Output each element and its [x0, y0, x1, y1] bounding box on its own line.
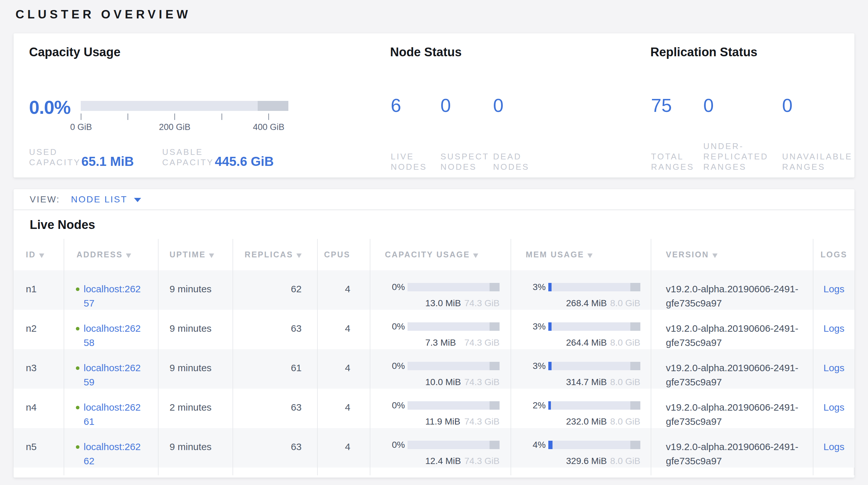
node-capacity-cell: 0% 12.4 MiB 74.3 GiB [370, 428, 511, 468]
suspect-nodes-label: SUSPECT NODES [440, 151, 493, 172]
logs-link[interactable]: Logs [824, 284, 844, 294]
node-capacity-cell: 0% 13.0 MiB 74.3 GiB [370, 270, 511, 310]
capacity-total-value: 74.3 GiB [464, 375, 500, 389]
capacity-percent: 0.0% [29, 96, 81, 118]
sort-desc-icon [126, 254, 131, 258]
logs-link[interactable]: Logs [824, 323, 844, 334]
view-bar: VIEW: NODE LIST [13, 189, 855, 210]
axis-tick [175, 113, 175, 120]
node-capacity-cell: 0% 7.3 MiB 74.3 GiB [370, 310, 511, 350]
used-capacity-value: 65.1 MiB [82, 154, 134, 169]
axis-tick-label: 200 GiB [152, 122, 197, 132]
node-capacity-cell: 0% 11.9 MiB 74.3 GiB [370, 389, 511, 429]
node-address-link[interactable]: localhost:262 62 [84, 440, 141, 468]
node-id-cell: n4 [13, 389, 64, 429]
node-id-cell: n3 [13, 349, 64, 389]
node-logs-cell: Logs [813, 349, 855, 389]
node-address-cell: localhost:262 58 [64, 310, 159, 350]
node-logs-cell: Logs [813, 270, 855, 310]
view-selector-dropdown[interactable]: NODE LIST [71, 194, 141, 205]
column-header-logs: LOGS [813, 239, 855, 270]
node-version-cell: v19.2.0-alpha.20190606-2491- gfe735c9a97 [651, 389, 813, 429]
node-address-link[interactable]: localhost:262 57 [84, 282, 141, 310]
column-header-id[interactable]: ID [13, 239, 64, 270]
table-row: n1 localhost:262 57 9 minutes 62 4 0% 13… [13, 270, 855, 310]
capacity-total-value: 74.3 GiB [464, 336, 500, 350]
capacity-total-value: 74.3 GiB [464, 296, 500, 310]
live-nodes-table: ID ADDRESS UPTIME REPLICAS CPUS CAPACITY… [13, 239, 855, 475]
table-row: n2 localhost:262 58 9 minutes 63 4 0% 7.… [13, 310, 855, 349]
mem-total-value: 8.0 GiB [610, 336, 640, 350]
node-mem-cell: 4% 329.6 MiB 8.0 GiB [511, 428, 651, 468]
node-id-cell: n5 [13, 428, 64, 468]
capacity-usage-panel: Capacity Usage 0.0% 0 GiB 200 GiB 400 Gi… [29, 45, 313, 59]
under-replicated-count: 0 [703, 94, 782, 116]
mem-usage-bar [548, 283, 640, 291]
mem-used-value: 268.4 MiB [566, 296, 607, 310]
mem-total-value: 8.0 GiB [610, 454, 640, 468]
suspect-nodes-count: 0 [440, 94, 493, 116]
capacity-used-value: 13.0 MiB [425, 296, 461, 310]
node-logs-cell: Logs [813, 428, 855, 468]
sort-desc-icon [209, 254, 214, 258]
table-row: n4 localhost:262 61 2 minutes 63 4 0% 11… [13, 389, 855, 428]
table-row: n5 localhost:262 62 9 minutes 63 4 0% 12… [13, 428, 855, 467]
summary-card: Capacity Usage 0.0% 0 GiB 200 GiB 400 Gi… [13, 33, 855, 177]
node-replicas-cell: 63 [233, 389, 318, 429]
column-header-version[interactable]: VERSION [651, 239, 813, 270]
axis-tick-label: 400 GiB [246, 122, 291, 132]
column-header-mem-usage[interactable]: MEM USAGE [511, 239, 651, 270]
node-capacity-cell: 0% 10.0 MiB 74.3 GiB [370, 349, 511, 389]
mem-usage-bar [548, 441, 640, 449]
capacity-percent-label: 0% [385, 359, 405, 373]
node-address-link[interactable]: localhost:262 58 [84, 321, 141, 350]
node-cpus-cell: 4 [318, 270, 370, 310]
used-capacity-label: USED CAPACITY [29, 147, 78, 168]
node-uptime-cell: 9 minutes [159, 310, 233, 350]
node-id-cell: n2 [13, 310, 64, 350]
node-uptime-cell: 2 minutes [159, 389, 233, 429]
column-header-cpus[interactable]: CPUS [318, 239, 370, 270]
logs-link[interactable]: Logs [824, 363, 844, 373]
mem-total-value: 8.0 GiB [610, 296, 640, 310]
live-nodes-count: 6 [391, 94, 440, 116]
capacity-usage-bar [407, 401, 500, 410]
node-mem-cell: 3% 314.7 MiB 8.0 GiB [511, 349, 651, 389]
usable-capacity-label: USABLE CAPACITY [162, 147, 211, 168]
node-version-cell: v19.2.0-alpha.20190606-2491- gfe735c9a97 [651, 270, 813, 310]
node-live-dot-icon [76, 445, 80, 449]
node-version-cell: v19.2.0-alpha.20190606-2491- gfe735c9a97 [651, 349, 813, 389]
unavailable-ranges-count: 0 [782, 94, 863, 116]
logs-link[interactable]: Logs [824, 441, 844, 452]
node-live-dot-icon [76, 366, 80, 370]
column-header-capacity-usage[interactable]: CAPACITY USAGE [370, 239, 511, 270]
node-address-link[interactable]: localhost:262 61 [84, 400, 141, 429]
capacity-used-value: 11.9 MiB [425, 415, 460, 429]
axis-tick [81, 113, 82, 120]
node-replicas-cell: 61 [233, 349, 318, 389]
capacity-percent-label: 0% [385, 319, 405, 334]
total-ranges-label: TOTAL RANGES [651, 151, 703, 172]
capacity-percent-label: 0% [385, 398, 405, 412]
cluster-overview-page: CLUSTER OVERVIEW Capacity Usage 0.0% 0 G… [0, 0, 868, 485]
column-header-replicas[interactable]: REPLICAS [233, 239, 318, 270]
node-uptime-cell: 9 minutes [159, 349, 233, 389]
mem-percent-label: 4% [526, 438, 546, 452]
node-logs-cell: Logs [813, 389, 855, 429]
table-row: n3 localhost:262 59 9 minutes 61 4 0% 10… [13, 349, 855, 389]
mem-used-value: 314.7 MiB [566, 375, 607, 389]
node-version-cell: v19.2.0-alpha.20190606-2491- gfe735c9a97 [651, 428, 813, 468]
replication-status-panel: Replication Status 75 0 0 TOTAL RANGES U… [650, 45, 844, 59]
column-header-address[interactable]: ADDRESS [64, 239, 159, 270]
column-header-uptime[interactable]: UPTIME [159, 239, 233, 270]
node-address-link[interactable]: localhost:262 59 [84, 361, 141, 389]
axis-tick-label: 0 GiB [58, 122, 104, 132]
capacity-gauge-bar [81, 101, 288, 111]
table-header-row: ID ADDRESS UPTIME REPLICAS CPUS CAPACITY… [13, 239, 855, 270]
dead-nodes-label: DEAD NODES [493, 151, 551, 172]
node-cpus-cell: 4 [318, 310, 370, 350]
mem-percent-label: 3% [526, 359, 546, 373]
logs-link[interactable]: Logs [824, 402, 844, 412]
view-selected-value: NODE LIST [71, 194, 128, 205]
capacity-percent-label: 0% [385, 280, 405, 294]
